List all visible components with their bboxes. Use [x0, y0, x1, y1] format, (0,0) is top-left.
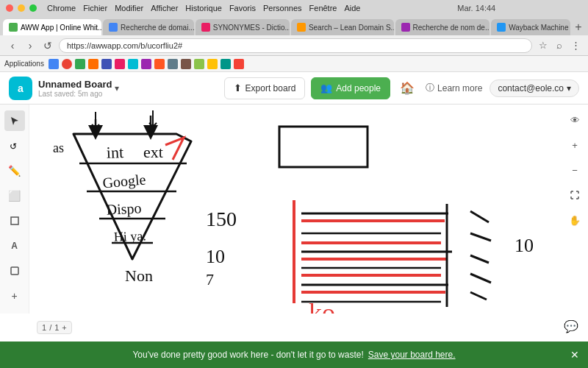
whiteboard-canvas[interactable]: int ext Google Dispo Hi ya. Non as 150 1…: [29, 105, 562, 314]
tool-cursor[interactable]: [4, 110, 25, 131]
tab-recherche1[interactable]: Recherche de domai... ✕: [103, 19, 194, 35]
add-people-button[interactable]: 👥 Add people: [311, 77, 390, 99]
zoom-in-button[interactable]: +: [565, 135, 584, 155]
tab-lean[interactable]: Search – Lean Domain S... ✕: [291, 19, 394, 35]
tab-aww[interactable]: AWW App | Online Whit... ✕: [3, 19, 101, 35]
menu-fichier[interactable]: Fichier: [83, 4, 107, 13]
bookmark-tw-icon[interactable]: [128, 59, 138, 69]
search-icon[interactable]: ⌕: [553, 39, 566, 52]
url-input[interactable]: https://awwapp.com/b/ucorfliu2#: [59, 38, 532, 53]
fullscreen-button[interactable]: [565, 185, 584, 205]
bookmark-misc2-icon[interactable]: [181, 59, 191, 69]
page-add-btn[interactable]: +: [62, 323, 66, 332]
bookmark-icon[interactable]: ☆: [537, 39, 550, 52]
new-tab-button[interactable]: +: [572, 19, 585, 35]
page-current: 1: [42, 323, 46, 332]
contact-label: contact@eole.co: [498, 83, 564, 93]
tab-label-recherche1: Recherche de domai...: [121, 24, 194, 32]
export-board-label: Export board: [245, 83, 296, 93]
extensions-icon[interactable]: ⋮: [569, 39, 582, 52]
zoom-out-button[interactable]: −: [565, 160, 584, 180]
notification-close-btn[interactable]: ✕: [570, 349, 579, 361]
tool-sticky[interactable]: [4, 261, 25, 281]
tab-label-aww: AWW App | Online Whit...: [21, 24, 101, 32]
tab-favicon-wayback: [497, 23, 506, 32]
browser-icons-right: ☆ ⌕ ⋮: [537, 39, 582, 52]
tab-favicon-nom: [401, 23, 410, 32]
tool-pencil[interactable]: ✏️: [4, 160, 25, 181]
bookmark-apps[interactable]: Applications: [4, 60, 44, 68]
menu-afficher[interactable]: Afficher: [151, 4, 178, 13]
bookmark-misc3-icon[interactable]: [194, 59, 204, 69]
tab-synonymes[interactable]: SYNONYMES - Dictio... ✕: [196, 19, 290, 35]
svg-text:10: 10: [514, 235, 534, 256]
notification-bar: You've done pretty good work here - don'…: [0, 342, 588, 368]
bookmark-rss-icon[interactable]: [88, 59, 98, 69]
tool-eraser[interactable]: ⬜: [4, 185, 25, 206]
url-bar: ‹ › ↺ https://awwapp.com/b/ucorfliu2# ☆ …: [0, 35, 588, 56]
bookmark-misc5-icon[interactable]: [220, 59, 231, 69]
notification-save-link[interactable]: Save your board here.: [368, 350, 456, 360]
menu-favoris[interactable]: Favoris: [229, 4, 256, 13]
left-toolbar: ↺ ✏️ ⬜ A +: [0, 105, 29, 314]
menu-historique[interactable]: Historique: [185, 4, 222, 13]
bookmark-misc4-icon[interactable]: [207, 59, 218, 69]
board-last-saved: Last saved: 5m ago: [38, 90, 112, 98]
maximize-dot[interactable]: [29, 4, 37, 12]
tab-favicon-lean: [297, 23, 306, 32]
tool-shapes[interactable]: [4, 210, 25, 231]
back-button[interactable]: ‹: [6, 39, 19, 52]
svg-rect-1: [11, 217, 18, 224]
page-separator: /: [49, 323, 51, 332]
home-button[interactable]: 🏠: [396, 77, 418, 99]
tab-wayback[interactable]: Wayback Machine ✕: [491, 19, 570, 35]
board-dropdown-btn[interactable]: ▾: [115, 83, 119, 93]
svg-text:int: int: [106, 143, 123, 162]
tool-eye[interactable]: 👁: [565, 110, 584, 130]
bookmark-yt-icon[interactable]: [75, 59, 85, 69]
forward-button[interactable]: ›: [24, 39, 37, 52]
notification-text: You've done pretty good work here - don'…: [132, 350, 363, 360]
menu-aide[interactable]: Aide: [344, 4, 360, 13]
bookmark-misc6-icon[interactable]: [234, 59, 244, 69]
tab-favicon-google: [109, 23, 118, 32]
close-dot[interactable]: [6, 4, 13, 12]
tab-nom[interactable]: Recherche de nom de... ✕: [395, 19, 490, 35]
svg-rect-2: [11, 267, 18, 275]
right-toolbar: 👁 + − ✋: [562, 105, 588, 314]
export-board-button[interactable]: ⬆ Export board: [224, 77, 306, 99]
menu-modifier[interactable]: Modifier: [115, 4, 143, 13]
svg-text:Non: Non: [125, 266, 153, 285]
mac-menu: Chrome Fichier Modifier Afficher Histori…: [41, 4, 367, 13]
bookmark-map-icon[interactable]: [154, 59, 165, 69]
tab-label-nom: Recherche de nom de...: [413, 24, 490, 32]
bookmark-gmail-icon[interactable]: [62, 59, 72, 69]
bookmark-pin-icon[interactable]: [115, 59, 125, 69]
svg-text:7: 7: [206, 270, 214, 289]
svg-text:Hi ya.: Hi ya.: [113, 228, 146, 244]
tool-hand[interactable]: ↺: [4, 135, 25, 156]
browser-clock: Mar. 14:44: [371, 4, 583, 13]
bookmark-misc-icon[interactable]: [168, 59, 178, 69]
bookmark-g-icon[interactable]: [49, 59, 59, 69]
menu-personnes[interactable]: Personnes: [263, 4, 302, 13]
reload-button[interactable]: ↺: [41, 39, 54, 52]
chat-button[interactable]: 💬: [562, 316, 581, 336]
add-people-icon: 👥: [320, 82, 332, 93]
tab-label-wayback: Wayback Machine: [509, 24, 568, 32]
tool-add[interactable]: +: [4, 286, 25, 306]
menu-fenetre[interactable]: Fenêtre: [309, 4, 337, 13]
bookmark-li-icon[interactable]: [141, 59, 151, 69]
tab-label-lean: Search – Lean Domain S...: [309, 24, 394, 32]
board-name-area: Unnamed Board Last saved: 5m ago ▾: [38, 79, 119, 98]
bookmark-fb-icon[interactable]: [101, 59, 112, 69]
browser-tabs: AWW App | Online Whit... ✕ Recherche de …: [0, 16, 588, 35]
menu-chrome[interactable]: Chrome: [47, 4, 76, 13]
contact-button[interactable]: contact@eole.co ▾: [490, 79, 579, 97]
minimize-dot[interactable]: [18, 4, 25, 12]
tool-grab[interactable]: ✋: [565, 210, 584, 230]
learn-more-button[interactable]: ⓘ Learn more: [426, 82, 482, 94]
svg-text:10: 10: [206, 246, 225, 267]
svg-text:as: as: [53, 141, 64, 155]
tool-text[interactable]: A: [4, 236, 25, 256]
